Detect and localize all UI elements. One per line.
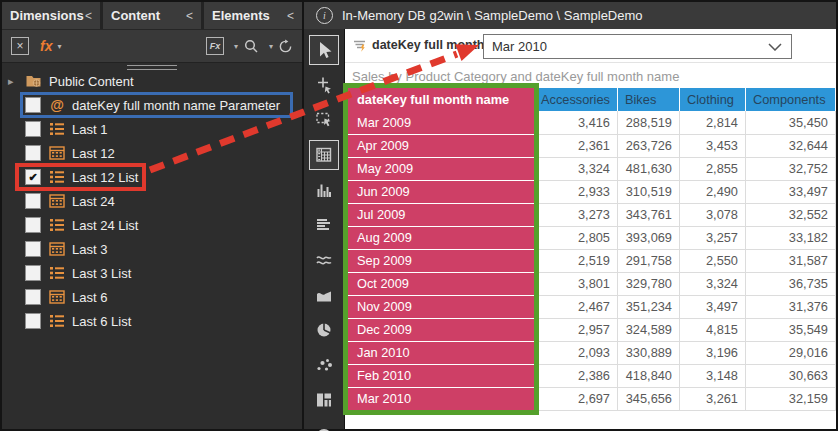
column-header-components[interactable]: Components (745, 88, 835, 111)
caret-down-icon[interactable]: ▾ (234, 42, 238, 51)
value-cell[interactable]: 2,490 (679, 180, 745, 203)
row-header-cell[interactable]: Jul 2009 (348, 203, 534, 226)
value-cell[interactable]: 3,324 (679, 272, 745, 295)
marquee-select-tool[interactable] (309, 105, 339, 135)
checkbox[interactable] (25, 265, 41, 281)
checkbox[interactable] (25, 193, 41, 209)
bar-chart-tool[interactable] (309, 175, 339, 205)
value-cell[interactable]: 33,497 (745, 180, 835, 203)
area-chart-tool[interactable] (309, 280, 339, 310)
checkbox[interactable] (25, 289, 41, 305)
value-cell[interactable]: 2,933 (534, 180, 617, 203)
info-icon[interactable]: i (316, 7, 333, 24)
value-cell[interactable]: 32,644 (745, 134, 835, 157)
value-cell[interactable]: 288,519 (617, 111, 679, 134)
value-cell[interactable]: 2,957 (534, 318, 617, 341)
tree-item-last-3-list[interactable]: Last 3 List (2, 261, 302, 285)
row-header-cell[interactable]: Aug 2009 (348, 226, 534, 249)
treemap-tool[interactable] (309, 385, 339, 415)
value-cell[interactable]: 2,467 (534, 295, 617, 318)
row-header-cell[interactable]: Jun 2009 (348, 180, 534, 203)
column-header-clothing[interactable]: Clothing (679, 88, 745, 111)
clear-selection-icon[interactable]: × (11, 37, 29, 55)
value-cell[interactable]: 2,386 (534, 364, 617, 387)
value-cell[interactable]: 263,726 (617, 134, 679, 157)
value-cell[interactable]: 3,148 (679, 364, 745, 387)
tab-content[interactable]: Content < (103, 2, 201, 29)
value-cell[interactable]: 481,630 (617, 157, 679, 180)
value-cell[interactable]: 2,361 (534, 134, 617, 157)
row-header-cell[interactable]: Jan 2010 (348, 341, 534, 364)
checkbox[interactable] (25, 121, 41, 137)
checkbox[interactable] (25, 313, 41, 329)
value-cell[interactable]: 31,376 (745, 295, 835, 318)
row-header-cell[interactable]: May 2009 (348, 157, 534, 180)
value-cell[interactable]: 3,078 (679, 203, 745, 226)
gauge-tool[interactable] (309, 420, 339, 431)
tree-item-last-24-list[interactable]: Last 24 List (2, 213, 302, 237)
value-cell[interactable]: 393,069 (617, 226, 679, 249)
value-cell[interactable]: 35,450 (745, 111, 835, 134)
checkbox[interactable] (25, 145, 41, 161)
row-header-cell[interactable]: Mar 2010 (348, 387, 534, 410)
row-header-cell[interactable]: Oct 2009 (348, 272, 534, 295)
refresh-icon[interactable] (278, 39, 293, 54)
chevron-down-icon[interactable] (768, 43, 782, 51)
row-bars-tool[interactable] (309, 210, 339, 240)
value-cell[interactable]: 291,758 (617, 249, 679, 272)
value-cell[interactable]: 2,814 (679, 111, 745, 134)
value-cell[interactable]: 329,780 (617, 272, 679, 295)
value-cell[interactable]: 2,855 (679, 157, 745, 180)
scatter-chart-tool[interactable] (309, 350, 339, 380)
collapse-icon[interactable]: < (186, 9, 193, 23)
value-cell[interactable]: 31,587 (745, 249, 835, 272)
tab-dimensions[interactable]: Dimensions < (2, 2, 100, 29)
tree-item-last-12-list[interactable]: ✔Last 12 List (2, 165, 302, 189)
value-cell[interactable]: 2,093 (534, 341, 617, 364)
value-cell[interactable]: 29,016 (745, 341, 835, 364)
column-header-datekey-full-month-name[interactable]: dateKey full month name (348, 88, 534, 111)
fx-filter-box-icon[interactable]: Fx (206, 37, 224, 55)
search-icon[interactable] (243, 38, 259, 54)
value-cell[interactable]: 2,697 (534, 387, 617, 410)
value-cell[interactable]: 310,519 (617, 180, 679, 203)
month-dropdown[interactable]: Mar 2010 (483, 34, 792, 59)
tree-item-last-3[interactable]: Last 3 (2, 237, 302, 261)
value-cell[interactable]: 2,550 (679, 249, 745, 272)
value-cell[interactable]: 36,735 (745, 272, 835, 295)
value-cell[interactable]: 3,453 (679, 134, 745, 157)
expand-arrow-icon[interactable]: ▸ (8, 75, 25, 88)
checkbox[interactable] (25, 97, 41, 113)
value-cell[interactable]: 4,815 (679, 318, 745, 341)
value-cell[interactable]: 3,261 (679, 387, 745, 410)
row-header-cell[interactable]: Apr 2009 (348, 134, 534, 157)
value-cell[interactable]: 2,519 (534, 249, 617, 272)
value-cell[interactable]: 3,801 (534, 272, 617, 295)
value-cell[interactable]: 3,273 (534, 203, 617, 226)
value-cell[interactable]: 3,257 (679, 226, 745, 249)
caret-down-icon[interactable]: ▾ (269, 42, 273, 51)
value-cell[interactable]: 343,761 (617, 203, 679, 226)
add-crosshair-tool[interactable] (309, 70, 339, 100)
tree-item-datekey-full-month-name-parameter[interactable]: @dateKey full month name Parameter (2, 93, 302, 117)
tree-item-last-24[interactable]: Last 24 (2, 189, 302, 213)
value-cell[interactable]: 32,752 (745, 157, 835, 180)
tree-item-last-1[interactable]: Last 1 (2, 117, 302, 141)
value-cell[interactable]: 330,889 (617, 341, 679, 364)
line-chart-tool[interactable] (309, 245, 339, 275)
row-header-cell[interactable]: Mar 2009 (348, 111, 534, 134)
tree-item-public-content[interactable]: ▸Public Content (2, 69, 302, 93)
value-cell[interactable]: 35,549 (745, 318, 835, 341)
data-grid-tool[interactable] (309, 140, 339, 170)
pointer-tool[interactable] (309, 35, 339, 65)
value-cell[interactable]: 3,497 (679, 295, 745, 318)
row-header-cell[interactable]: Nov 2009 (348, 295, 534, 318)
checkbox[interactable] (25, 241, 41, 257)
value-cell[interactable]: 345,656 (617, 387, 679, 410)
tab-elements[interactable]: Elements < (204, 2, 302, 29)
value-cell[interactable]: 351,234 (617, 295, 679, 318)
tree-item-last-6-list[interactable]: Last 6 List (2, 309, 302, 333)
checkbox[interactable] (25, 217, 41, 233)
tree-item-last-12[interactable]: Last 12 (2, 141, 302, 165)
pie-chart-tool[interactable] (309, 315, 339, 345)
